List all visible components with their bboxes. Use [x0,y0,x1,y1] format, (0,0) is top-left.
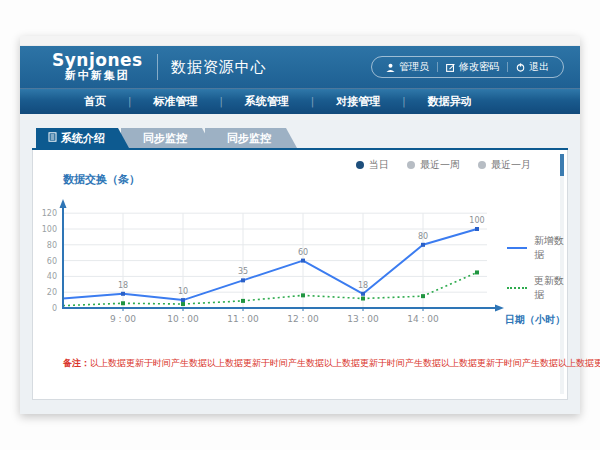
header-action-group: 管理员 修改密码 退出 [371,56,564,78]
nav-item-home[interactable]: 首页 [62,94,128,109]
svg-text:11 : 00: 11 : 00 [227,314,259,324]
legend-line-dotted [507,287,527,289]
document-icon [48,132,57,145]
svg-text:80: 80 [47,241,57,250]
app-header: Synjones 新中新集团 数据资源中心 管理员 修改密码 [20,46,580,88]
svg-text:13 : 00: 13 : 00 [347,314,379,324]
logo-cn-text: 新中新集团 [52,70,143,82]
y-axis-title: 数据交换（条） [63,172,140,187]
logout-button[interactable]: 退出 [508,59,557,75]
svg-text:60: 60 [47,257,57,266]
series-legend: 新增数据 更新数据 [507,234,567,314]
admin-user-button[interactable]: 管理员 [378,59,437,75]
tab-sync-monitor-2[interactable]: 同步监控 [205,128,297,148]
content-area: 系统介绍 同步监控 同步监控 当日 最近 [20,114,580,414]
time-filter-group: 当日 最近一周 最近一月 [356,158,531,172]
radio-dot [478,161,486,169]
line-chart: 0204060801001209 : 0010 : 0011 : 0012 : … [33,190,569,346]
svg-text:10: 10 [178,287,188,296]
svg-text:12 : 00: 12 : 00 [287,314,319,324]
svg-text:9 : 00: 9 : 00 [110,314,136,324]
user-icon [386,63,395,72]
legend-new-data: 新增数据 [507,234,567,262]
svg-text:100: 100 [42,225,57,234]
svg-text:0: 0 [52,304,57,313]
svg-text:18: 18 [118,281,128,290]
header-divider [157,54,158,80]
footnote-text: 以上数据更新于时间产生数据以上数据更新于时间产生数据以上数据更新于时间产生数据以… [90,358,600,368]
radio-last-week-label: 最近一周 [420,158,460,172]
svg-text:18: 18 [358,281,368,290]
legend-update-data-label: 更新数据 [534,274,567,302]
nav-item-interface-mgmt[interactable]: 对接管理 [314,94,402,109]
svg-text:日期（小时）: 日期（小时） [505,314,565,325]
chart-panel: 当日 最近一周 最近一月 数据交换（条） 020406 [32,150,568,400]
window-top-strip [20,36,580,46]
change-password-button[interactable]: 修改密码 [438,59,507,75]
footnote: 备注：以上数据更新于时间产生数据以上数据更新于时间产生数据以上数据更新于时间产生… [63,357,600,370]
edit-icon [446,63,455,72]
svg-text:10 : 00: 10 : 00 [167,314,199,324]
svg-text:20: 20 [47,288,57,297]
logo-en-text: Synjones [52,52,143,70]
nav-item-data-change[interactable]: 数据异动 [406,94,494,109]
radio-last-month[interactable]: 最近一月 [478,158,531,172]
svg-text:120: 120 [42,209,57,218]
tab-system-intro-label: 系统介绍 [61,131,105,146]
nav-item-standard-mgmt[interactable]: 标准管理 [131,94,219,109]
power-icon [516,63,525,72]
radio-last-month-label: 最近一月 [491,158,531,172]
admin-user-label: 管理员 [399,60,429,74]
company-logo: Synjones 新中新集团 [52,52,143,81]
legend-new-data-label: 新增数据 [534,234,567,262]
legend-update-data: 更新数据 [507,274,567,302]
svg-text:80: 80 [418,232,428,241]
change-password-label: 修改密码 [459,60,499,74]
tab-sync-monitor-2-label: 同步监控 [227,131,271,146]
tab-sync-monitor-1-label: 同步监控 [143,131,187,146]
tab-system-intro[interactable]: 系统介绍 [36,128,129,148]
footnote-prefix: 备注： [63,358,90,368]
radio-today[interactable]: 当日 [356,158,389,172]
nav-item-system-mgmt[interactable]: 系统管理 [223,94,311,109]
tab-bar: 系统介绍 同步监控 同步监控 [36,128,568,148]
svg-text:100: 100 [469,216,484,225]
radio-last-week[interactable]: 最近一周 [407,158,460,172]
radio-dot-selected [356,161,364,169]
legend-line-solid [507,247,527,249]
svg-text:40: 40 [47,272,57,281]
scrollbar-thumb[interactable] [560,154,564,176]
main-nav: 首页 | 标准管理 | 系统管理 | 对接管理 | 数据异动 [20,88,580,114]
svg-text:35: 35 [238,267,248,276]
app-title: 数据资源中心 [171,58,267,77]
logout-label: 退出 [529,60,549,74]
radio-dot [407,161,415,169]
svg-text:60: 60 [298,248,308,257]
radio-today-label: 当日 [369,158,389,172]
app-window: Synjones 新中新集团 数据资源中心 管理员 修改密码 [20,36,580,414]
screenshot-canvas: Synjones 新中新集团 数据资源中心 管理员 修改密码 [0,0,600,450]
tab-sync-monitor-1[interactable]: 同步监控 [121,128,213,148]
line-chart-svg: 0204060801001209 : 0010 : 0011 : 0012 : … [33,190,569,342]
svg-text:14 : 00: 14 : 00 [407,314,439,324]
